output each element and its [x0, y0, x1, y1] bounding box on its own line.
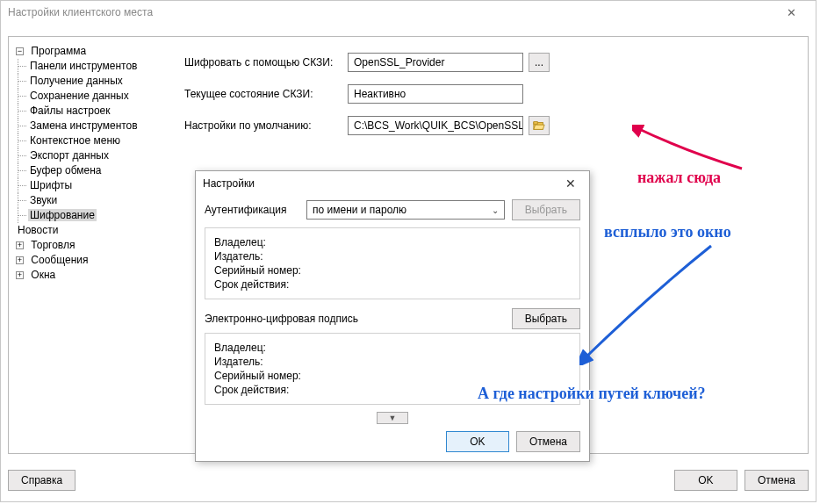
tree-item[interactable]: Звуки — [28, 194, 59, 206]
tree-node-trading[interactable]: Торговля — [29, 239, 76, 251]
default-settings-field[interactable]: C:\BCS_Work\QUIK_BCS\OpenSSL — [348, 116, 523, 135]
tree-item[interactable]: Получение данных — [28, 75, 125, 87]
tree-item[interactable]: Шрифты — [28, 179, 74, 191]
main-close-button[interactable]: ✕ — [773, 6, 809, 19]
form-row-default-settings: Настройки по умолчанию: C:\BCS_Work\QUIK… — [184, 116, 801, 135]
dialog-close-button[interactable]: ✕ — [552, 171, 589, 196]
ok-button[interactable]: OK — [674, 470, 737, 491]
svg-rect-1 — [534, 122, 537, 125]
auth-label: Аутентификация — [205, 204, 299, 216]
dialog-buttons: OK Отмена — [205, 431, 580, 452]
tree-node-windows[interactable]: Окна — [29, 269, 57, 281]
settings-dialog: Настройки ✕ Аутентификация по имени и па… — [195, 170, 590, 462]
cancel-button[interactable]: Отмена — [744, 470, 809, 491]
main-window-title: Настройки клиентского места — [8, 6, 153, 18]
auth-select-button[interactable]: Выбрать — [512, 199, 580, 220]
crypto-state-field: Неактивно — [348, 84, 523, 104]
crypto-provider-label: Шифровать с помощью СКЗИ: — [184, 56, 348, 68]
auth-row: Аутентификация по имени и паролю ⌄ Выбра… — [205, 199, 580, 220]
form-row-crypto-provider: Шифровать с помощью СКЗИ: OpenSSL_Provid… — [184, 53, 801, 72]
main-buttons: Справка OK Отмена — [8, 470, 809, 491]
tree-item[interactable]: Контекстное меню — [28, 134, 122, 147]
cert-auth-serial: Серийный номер: — [214, 263, 571, 277]
tree-toggle[interactable]: + — [16, 241, 24, 249]
encryption-settings-panel: Шифровать с помощью СКЗИ: OpenSSL_Provid… — [184, 44, 801, 148]
tree-item[interactable]: Файлы настроек — [28, 104, 112, 117]
crypto-provider-field[interactable]: OpenSSL_Provider — [348, 53, 523, 72]
tree-item[interactable]: Замена инструментов — [28, 119, 140, 132]
dialog-title: Настройки — [203, 177, 255, 190]
tree-node-program[interactable]: Программа — [29, 45, 88, 57]
eds-label: Электронно-цифровая подпись — [205, 313, 358, 325]
eds-select-button[interactable]: Выбрать — [512, 308, 580, 329]
auth-select[interactable]: по имени и паролю ⌄ — [306, 200, 505, 220]
form-row-crypto-state: Текущее состояние СКЗИ: Неактивно — [184, 84, 801, 104]
tree-node-messages[interactable]: Сообщения — [29, 254, 90, 266]
tree-toggle[interactable]: + — [16, 256, 24, 264]
dialog-ok-button[interactable]: OK — [446, 431, 509, 452]
crypto-state-label: Текущее состояние СКЗИ: — [184, 88, 348, 100]
svg-marker-2 — [534, 125, 544, 129]
tree-item-encryption[interactable]: Шифрование — [28, 209, 97, 221]
cert-eds-group: Владелец: Издатель: Серийный номер: Срок… — [205, 333, 580, 405]
eds-header: Электронно-цифровая подпись Выбрать — [205, 308, 580, 329]
tree-toggle[interactable]: + — [16, 271, 24, 279]
tree-toggle-program[interactable]: − — [16, 47, 24, 55]
tree-item[interactable]: Сохранение данных — [28, 90, 131, 102]
cert-eds-owner: Владелец: — [214, 341, 571, 355]
tree-item[interactable]: Экспорт данных — [28, 149, 111, 162]
cert-auth-owner: Владелец: — [214, 235, 571, 249]
main-titlebar: Настройки клиентского места ✕ — [1, 1, 816, 24]
cert-auth-issuer: Издатель: — [214, 249, 571, 263]
settings-tree[interactable]: − Программа Панели инструментов Получени… — [16, 44, 177, 446]
default-settings-label: Настройки по умолчанию: — [184, 119, 348, 132]
dialog-cancel-button[interactable]: Отмена — [516, 431, 580, 452]
dialog-body: Аутентификация по имени и паролю ⌄ Выбра… — [196, 196, 589, 459]
dialog-titlebar: Настройки ✕ — [196, 171, 589, 196]
cert-auth-group: Владелец: Издатель: Серийный номер: Срок… — [205, 227, 580, 299]
cert-eds-serial: Серийный номер: — [214, 369, 571, 383]
auth-select-value: по имени и паролю — [313, 204, 406, 216]
tree-node-news[interactable]: Новости — [16, 224, 60, 236]
crypto-provider-browse-button[interactable]: ... — [529, 53, 550, 72]
default-settings-open-button[interactable] — [529, 116, 550, 135]
cert-eds-issuer: Издатель: — [214, 355, 571, 369]
tree-item[interactable]: Панели инструментов — [28, 60, 139, 72]
cert-auth-expiry: Срок действия: — [214, 277, 571, 292]
chevron-down-icon: ⌄ — [492, 205, 499, 215]
tree-item[interactable]: Буфер обмена — [28, 164, 104, 176]
expand-button[interactable]: ▼ — [377, 412, 408, 424]
cert-eds-expiry: Срок действия: — [214, 383, 571, 397]
help-button[interactable]: Справка — [8, 470, 76, 491]
folder-open-icon — [533, 119, 545, 132]
